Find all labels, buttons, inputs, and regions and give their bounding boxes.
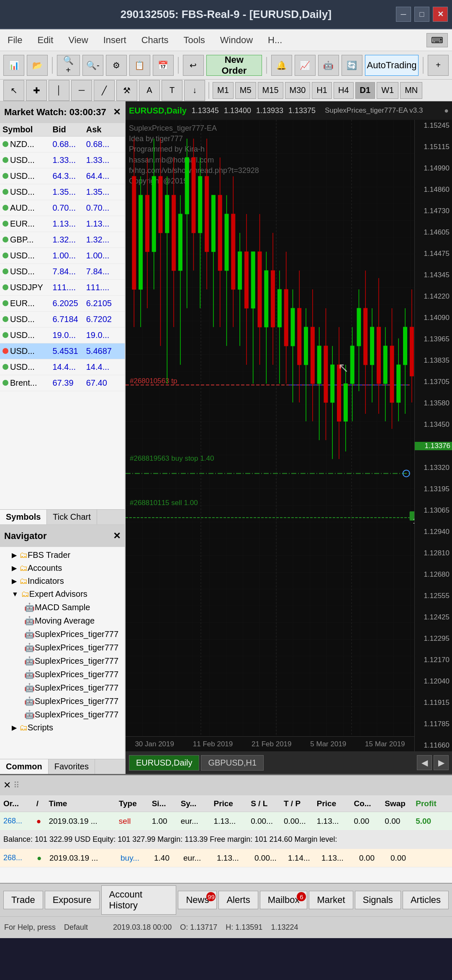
menu-charts[interactable]: Charts bbox=[138, 33, 172, 47]
tf-h1[interactable]: H1 bbox=[312, 82, 332, 99]
bottom-tab-trade[interactable]: Trade bbox=[3, 891, 43, 909]
nav-item-3[interactable]: ▼ 🗂 Expert Advisors bbox=[0, 588, 125, 601]
market-row[interactable]: USD... 5.4531 5.4687 bbox=[0, 343, 125, 359]
market-row[interactable]: USD... 7.84... 7.84... bbox=[0, 264, 125, 280]
cursor-btn[interactable]: ↖ bbox=[3, 80, 24, 101]
chart-area[interactable]: EURUSD,Daily 1.13345 1.13400 1.13933 1.1… bbox=[126, 101, 452, 774]
tab-common[interactable]: Common bbox=[0, 759, 49, 774]
bottom-tab-alerts[interactable]: Alerts bbox=[218, 891, 258, 909]
zoom-out-btn[interactable]: 🔍- bbox=[82, 55, 103, 76]
menu-file[interactable]: File bbox=[4, 33, 26, 47]
market-watch-close[interactable]: ✕ bbox=[113, 107, 121, 118]
new-order-btn[interactable]: New Order bbox=[206, 55, 262, 76]
market-row[interactable]: NZD... 0.68... 0.68... bbox=[0, 137, 125, 152]
bottom-tab-mailbox[interactable]: Mailbox6 bbox=[260, 891, 308, 909]
maximize-button[interactable]: □ bbox=[414, 7, 429, 22]
market-row[interactable]: USD... 1.33... 1.33... bbox=[0, 152, 125, 168]
nav-item-8[interactable]: 🤖 SuplexPrices_tiger777 bbox=[0, 654, 125, 668]
menu-view[interactable]: View bbox=[65, 33, 91, 47]
menu-help[interactable]: H... bbox=[265, 33, 285, 47]
undo-btn[interactable]: ↩ bbox=[183, 55, 204, 76]
expert-btn[interactable]: 🤖 bbox=[318, 55, 339, 76]
bottom-tab-news[interactable]: News99 bbox=[178, 891, 217, 909]
tab-favorites[interactable]: Favorites bbox=[49, 759, 95, 774]
nav-item-10[interactable]: 🤖 SuplexPrices_tiger777 bbox=[0, 681, 125, 694]
tf-m1[interactable]: M1 bbox=[213, 82, 234, 99]
market-row[interactable]: EUR... 6.2025 6.2105 bbox=[0, 296, 125, 312]
hline-btn[interactable]: ─ bbox=[71, 80, 92, 101]
tf-m15[interactable]: M15 bbox=[258, 82, 283, 99]
keyboard-shortcut-btn[interactable]: ⌨ bbox=[426, 33, 448, 47]
bottom-tab-account-history[interactable]: Account History bbox=[101, 885, 177, 915]
market-row[interactable]: AUD... 0.70... 0.70... bbox=[0, 200, 125, 216]
autotrading-btn[interactable]: AutoTrading bbox=[365, 55, 419, 76]
market-row[interactable]: USDJPY 111.... 111.... bbox=[0, 280, 125, 296]
bottom-tab-market[interactable]: Market bbox=[309, 891, 353, 909]
market-row[interactable]: USD... 1.00... 1.00... bbox=[0, 248, 125, 264]
text-btn[interactable]: A bbox=[139, 80, 160, 101]
chart-prev-btn[interactable]: ◀ bbox=[417, 755, 432, 770]
crosshair-btn[interactable]: + bbox=[428, 55, 449, 76]
nav-item-9[interactable]: 🤖 SuplexPrices_tiger777 bbox=[0, 668, 125, 681]
terminal-close-btn[interactable]: ✕ bbox=[3, 780, 11, 791]
nav-item-6[interactable]: 🤖 SuplexPrices_tiger777 bbox=[0, 627, 125, 641]
new-chart-btn[interactable]: 📊 bbox=[3, 55, 24, 76]
tline-btn[interactable]: ╱ bbox=[94, 80, 115, 101]
chart-tab-eurusd[interactable]: EURUSD,Daily bbox=[129, 755, 199, 771]
market-row[interactable]: Brent... 67.39 67.40 bbox=[0, 375, 125, 391]
bottom-tab-exposure[interactable]: Exposure bbox=[45, 891, 100, 909]
market-row[interactable]: USD... 14.4... 14.4... bbox=[0, 359, 125, 375]
nav-item-1[interactable]: ▶ 🗂 Accounts bbox=[0, 562, 125, 575]
market-row[interactable]: GBP... 1.32... 1.32... bbox=[0, 232, 125, 248]
label-btn[interactable]: T bbox=[162, 80, 182, 101]
tf-d1[interactable]: D1 bbox=[355, 82, 375, 99]
market-row[interactable]: EUR... 1.13... 1.13... bbox=[0, 216, 125, 232]
tab-symbols[interactable]: Symbols bbox=[0, 510, 47, 524]
pending-cur-price: 1.13... bbox=[321, 854, 359, 863]
zoom-in-btn[interactable]: 🔍+ bbox=[57, 55, 80, 76]
menu-insert[interactable]: Insert bbox=[100, 33, 130, 47]
nav-item-5[interactable]: 🤖 Moving Average bbox=[0, 614, 125, 627]
nav-item-2[interactable]: ▶ 🗂 Indicators bbox=[0, 575, 125, 588]
price-alert-btn[interactable]: 🔔 bbox=[271, 55, 292, 76]
nav-item-13[interactable]: ▶ 🗂 Scripts bbox=[0, 721, 125, 734]
tf-m5[interactable]: M5 bbox=[235, 82, 256, 99]
refresh-btn[interactable]: 🔄 bbox=[342, 55, 362, 76]
open-btn[interactable]: 📂 bbox=[27, 55, 48, 76]
menu-window[interactable]: Window bbox=[217, 33, 256, 47]
market-row[interactable]: USD... 6.7184 6.7202 bbox=[0, 312, 125, 328]
tf-w1[interactable]: W1 bbox=[377, 82, 398, 99]
menu-tools[interactable]: Tools bbox=[180, 33, 208, 47]
menu-edit[interactable]: Edit bbox=[34, 33, 56, 47]
tf-m30[interactable]: M30 bbox=[285, 82, 311, 99]
bottom-tab-articles[interactable]: Articles bbox=[403, 891, 449, 909]
indicators-btn[interactable]: 📈 bbox=[295, 55, 316, 76]
minimize-button[interactable]: ─ bbox=[396, 7, 411, 22]
nav-item-4[interactable]: 🤖 MACD Sample bbox=[0, 601, 125, 614]
tools-btn[interactable]: ⚒ bbox=[116, 80, 137, 101]
price-label-26: 1.12040 bbox=[415, 677, 452, 686]
nav-item-11[interactable]: 🤖 SuplexPrices_tiger777 bbox=[0, 694, 125, 708]
crosshair-tf-btn[interactable]: ✚ bbox=[26, 80, 47, 101]
tab-tick-chart[interactable]: Tick Chart bbox=[47, 510, 97, 524]
nav-item-0[interactable]: ▶ 🗂 FBS Trader bbox=[0, 549, 125, 562]
properties-btn[interactable]: ⚙ bbox=[106, 55, 127, 76]
arrow-btn[interactable]: ↓ bbox=[184, 80, 205, 101]
tf-mn[interactable]: MN bbox=[400, 82, 422, 99]
chart-next-btn[interactable]: ▶ bbox=[434, 755, 449, 770]
chart-canvas[interactable]: SuplexPrices_tiger777-EA Idea by tiger77… bbox=[126, 120, 452, 751]
market-row[interactable]: USD... 1.35... 1.35... bbox=[0, 184, 125, 200]
nav-item-7[interactable]: 🤖 SuplexPrices_tiger777 bbox=[0, 641, 125, 654]
bottom-tab-signals[interactable]: Signals bbox=[355, 891, 401, 909]
vline-btn[interactable]: │ bbox=[49, 80, 69, 101]
template-btn[interactable]: 📋 bbox=[129, 55, 150, 76]
tf-h4[interactable]: H4 bbox=[334, 82, 354, 99]
left-panel: Market Watch: 03:00:37 ✕ Symbol Bid Ask … bbox=[0, 101, 126, 774]
nav-item-12[interactable]: 🤖 SuplexPrices_tiger777 bbox=[0, 708, 125, 721]
navigator-close[interactable]: ✕ bbox=[113, 531, 121, 542]
market-row[interactable]: USD... 19.0... 19.0... bbox=[0, 328, 125, 343]
close-button[interactable]: ✕ bbox=[433, 7, 448, 22]
period-sep-btn[interactable]: 📅 bbox=[153, 55, 174, 76]
market-row[interactable]: USD... 64.3... 64.4... bbox=[0, 168, 125, 184]
chart-tab-gbpusd[interactable]: GBPUSD,H1 bbox=[201, 755, 264, 771]
